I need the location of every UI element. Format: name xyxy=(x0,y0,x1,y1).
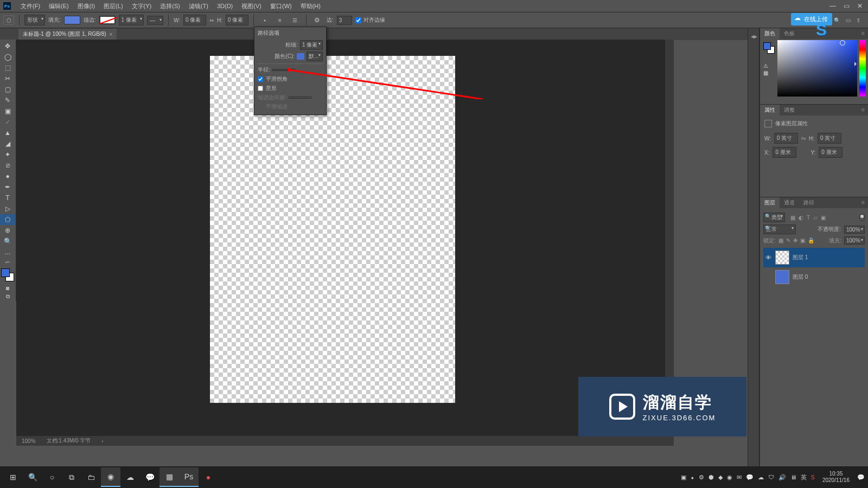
tray-icon[interactable]: ⚙ xyxy=(699,474,704,481)
menu-filter[interactable]: 滤镜(T) xyxy=(184,2,213,10)
type-tool[interactable]: T xyxy=(0,192,15,203)
prop-h-field[interactable]: 0 英寸 xyxy=(818,133,841,144)
layer-thumb[interactable] xyxy=(775,270,789,284)
quick-mask-icon[interactable]: ◙ xyxy=(0,284,15,292)
tray-icon[interactable]: ◆ xyxy=(718,474,723,481)
tab-close-icon[interactable]: × xyxy=(110,31,113,37)
clock[interactable]: 10:35 2020/11/16 xyxy=(819,471,853,484)
record-icon[interactable]: ● xyxy=(199,467,218,487)
layer-kind-filter[interactable]: 类型 xyxy=(763,213,785,222)
lock-artboard-icon[interactable]: ▣ xyxy=(800,237,805,243)
filter-smart-icon[interactable]: ▣ xyxy=(821,215,826,221)
prop-x-field[interactable]: 0 厘米 xyxy=(773,147,796,158)
minimize-icon[interactable]: — xyxy=(829,2,836,10)
opacity-field[interactable]: 100% xyxy=(844,226,865,234)
swap-colors-icon[interactable]: ⤺ xyxy=(0,258,15,266)
align-edges-input[interactable] xyxy=(355,17,361,23)
menu-select[interactable]: 选择(S) xyxy=(156,2,184,10)
stroke-style-dropdown[interactable]: — xyxy=(147,16,163,25)
gradient-tool[interactable]: ⎚ xyxy=(0,160,15,171)
thickness-field[interactable]: 1 像素 xyxy=(300,40,323,50)
lock-trans-icon[interactable]: ▦ xyxy=(778,237,783,243)
brush-tool[interactable]: ⟋ xyxy=(0,117,15,127)
shape-mode-dropdown[interactable]: 形状 xyxy=(24,15,45,25)
radius-field[interactable] xyxy=(272,69,295,71)
tray-icon[interactable]: ◉ xyxy=(727,474,732,481)
filter-adjust-icon[interactable]: ◐ xyxy=(799,215,803,221)
link-wh-prop-icon[interactable]: ⇆ xyxy=(801,136,806,142)
blur-tool[interactable]: ● xyxy=(0,171,15,182)
cortana-icon[interactable]: ○ xyxy=(42,467,62,487)
smooth-corners-checkbox[interactable]: 平滑拐角 xyxy=(258,75,323,83)
layer-name[interactable]: 图层 0 xyxy=(793,273,808,281)
tray-icon[interactable]: 💬 xyxy=(746,474,754,481)
app1-icon[interactable]: ▦ xyxy=(159,467,179,487)
path-ops-icon[interactable]: ▪ xyxy=(259,15,271,25)
marquee-tool[interactable]: ◯ xyxy=(0,52,15,62)
menu-file[interactable]: 文件(F) xyxy=(16,2,44,10)
props-panel-menu-icon[interactable]: ≡ xyxy=(858,105,868,115)
share-icon[interactable]: ⇪ xyxy=(856,17,860,23)
lock-paint-icon[interactable]: ✎ xyxy=(786,237,790,243)
document-tab[interactable]: 未标题-1 @ 100% (图层 1, RGB/8) × xyxy=(18,29,117,40)
zoom-tool[interactable]: 🔍 xyxy=(0,236,15,247)
tray-icon[interactable]: ☁ xyxy=(758,474,764,481)
start-button[interactable]: ⊞ xyxy=(3,467,23,487)
history-brush-tool[interactable]: ◢ xyxy=(0,138,15,149)
filter-shape-icon[interactable]: ▱ xyxy=(813,215,818,221)
tray-icon[interactable]: 🔊 xyxy=(778,474,786,481)
menu-type[interactable]: 文字(Y) xyxy=(127,2,156,10)
screen-mode-icon[interactable]: ⧉ xyxy=(0,292,15,301)
edit-toolbar[interactable]: … xyxy=(0,247,15,258)
star-input[interactable] xyxy=(258,86,263,91)
tab-adjustments[interactable]: 调整 xyxy=(780,105,799,115)
tool-indicator-icon[interactable]: ⬠ xyxy=(3,15,14,25)
fill-swatch[interactable] xyxy=(64,16,80,24)
color-panel-menu-icon[interactable]: ≡ xyxy=(858,28,868,39)
height-field[interactable]: 0 像素 xyxy=(226,15,248,25)
lock-pos-icon[interactable]: ✥ xyxy=(793,237,797,243)
star-checkbox[interactable]: 星形 xyxy=(258,85,323,92)
doc-info-chevron-icon[interactable]: › xyxy=(101,438,103,444)
browser-icon[interactable]: ◉ xyxy=(101,467,120,487)
filter-pixel-icon[interactable]: ▦ xyxy=(790,215,795,221)
websafe-icon[interactable]: ▦ xyxy=(763,70,768,76)
tab-swatches[interactable]: 色板 xyxy=(780,28,799,39)
blend-mode-dropdown[interactable]: 正常 xyxy=(763,224,796,234)
layer-item[interactable]: 👁 图层 1 xyxy=(763,248,865,267)
layers-panel-menu-icon[interactable]: ≡ xyxy=(858,197,868,208)
tab-paths[interactable]: 路径 xyxy=(799,197,819,208)
lasso-tool[interactable]: ⬚ xyxy=(0,62,15,73)
stroke-width-field[interactable]: 1 像素 xyxy=(119,15,144,25)
tab-color[interactable]: 颜色 xyxy=(760,28,780,39)
link-wh-icon[interactable]: ⇔ xyxy=(209,17,214,23)
document-canvas[interactable] xyxy=(210,56,455,403)
menu-edit[interactable]: 编辑(E) xyxy=(44,2,73,10)
workspace-icon[interactable]: ▭ xyxy=(846,17,851,23)
wechat-icon[interactable]: 💬 xyxy=(140,467,159,487)
move-tool[interactable]: ✥ xyxy=(0,41,15,52)
dock-expand-icon[interactable]: ◂▸ xyxy=(749,30,760,42)
quick-select-tool[interactable]: ✂ xyxy=(0,73,15,84)
color-swatch[interactable] xyxy=(297,53,304,60)
filter-type-icon[interactable]: T xyxy=(807,215,810,221)
photoshop-taskbar-icon[interactable]: Ps xyxy=(179,467,199,487)
width-field[interactable]: 0 像素 xyxy=(183,15,206,25)
color-dropdown[interactable]: 默... xyxy=(307,52,323,61)
filter-toggle[interactable] xyxy=(859,214,865,221)
tray-icon[interactable]: 🖥 xyxy=(790,474,796,480)
ime-indicator[interactable]: 英 xyxy=(801,473,807,481)
tab-layers[interactable]: 图层 xyxy=(760,197,780,208)
path-select-tool[interactable]: ▷ xyxy=(0,203,15,214)
maximize-icon[interactable]: ▭ xyxy=(844,2,850,10)
sides-field[interactable]: 3 xyxy=(337,16,352,25)
gear-icon[interactable]: ⚙ xyxy=(311,15,323,25)
tray-icon[interactable]: 🛡 xyxy=(768,474,774,480)
color-panel-fgbg[interactable] xyxy=(763,42,775,54)
tray-icon[interactable]: ⬢ xyxy=(709,474,714,481)
smooth-corners-input[interactable] xyxy=(258,76,263,82)
menu-layer[interactable]: 图层(L) xyxy=(99,2,127,10)
menu-3d[interactable]: 3D(D) xyxy=(213,3,237,9)
arrange-icon[interactable]: ☰ xyxy=(289,15,301,25)
lock-all-icon[interactable]: 🔒 xyxy=(808,237,814,243)
